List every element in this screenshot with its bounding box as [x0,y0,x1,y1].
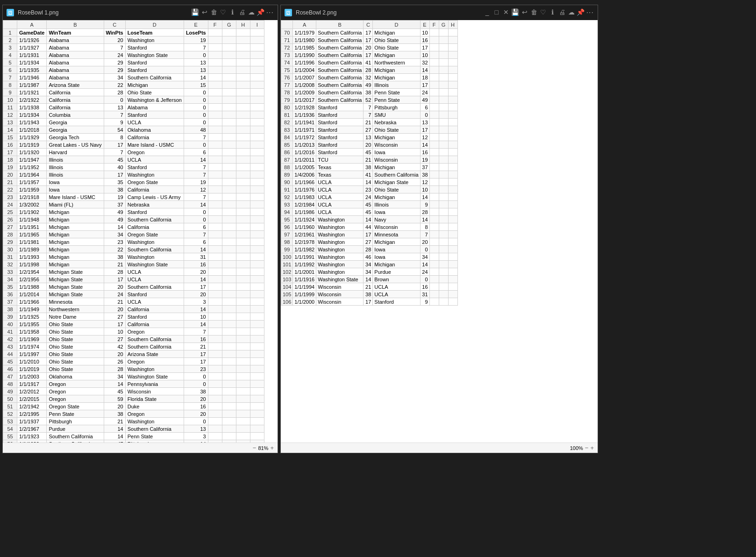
left-window-controls[interactable]: 💾 ↩ 🗑 ♡ ℹ 🖨 ☁ 📌 ··· [192,8,274,17]
empty-cell [236,373,250,380]
empty-cell [208,358,222,365]
right-zoom-in-icon[interactable]: + [590,444,594,451]
empty-cell [208,66,222,74]
data-cell: 0 [184,141,208,149]
empty-cell [222,418,236,425]
empty-cell [250,268,264,276]
table-row: 971/2/1961Washington17Minnesota7 [281,231,458,238]
right-info-icon[interactable]: ℹ [549,8,556,16]
right-window-controls[interactable]: _ □ ✕ 💾 ↩ 🗑 ♡ ℹ 🖨 ☁ 📌 ··· [484,8,594,17]
table-row: 41/1/1931Alabama24Washington State0 [3,51,264,59]
right-print-icon[interactable]: 🖨 [558,8,566,16]
data-cell: 9 [420,201,429,208]
empty-cell [250,261,264,268]
right-zoom-control[interactable]: 100% − + [570,444,594,451]
left-spreadsheet: A B C D E F G H I 1GameDateWinTeamWinPts… [3,20,264,443]
data-cell: 19 [184,179,208,186]
empty-cell [250,36,264,44]
data-cell: Alabama [47,44,104,51]
data-cell: Washington [316,246,364,253]
data-cell: Notre Dame [47,313,104,321]
data-cell: 0 [420,111,429,119]
empty-cell [439,216,448,223]
left-save-icon[interactable]: 💾 [192,8,199,16]
row-number: 11 [3,104,17,111]
data-cell: Michigan State [47,283,104,291]
empty-cell [250,433,264,440]
empty-cell [236,418,250,425]
data-cell: 1/1/1957 [17,179,47,186]
empty-cell [448,104,457,111]
data-cell: Stanford [125,164,184,171]
data-cell: Texas [316,171,364,179]
empty-cell [236,156,250,164]
right-save-icon[interactable]: 💾 [512,8,519,16]
empty-cell [208,388,222,395]
table-row: 851/1/2013Stanford20Wisconsin14 [281,141,458,149]
data-cell: Michigan [373,74,420,81]
table-row: 821/1/1941Stanford21Nebraska13 [281,119,458,126]
row-number: 88 [281,164,293,171]
empty-cell [236,141,250,149]
data-cell: 1/2/1922 [17,96,47,104]
left-heart-icon[interactable]: ♡ [220,8,227,16]
left-delete-icon[interactable]: 🗑 [210,8,218,16]
right-close-icon[interactable]: ✕ [502,8,510,16]
left-zoom-control[interactable]: − 81% + [253,444,274,451]
left-print-icon[interactable]: 🖨 [238,8,246,16]
data-cell: Southern California [316,36,364,44]
data-cell: 1/2/1967 [17,425,47,433]
data-cell: 1/1/2016 [293,149,316,156]
left-cloud-icon[interactable]: ☁ [248,8,255,16]
left-pin-icon[interactable]: 📌 [257,8,264,16]
left-sheet-area: A B C D E F G H I 1GameDateWinTeamWinPts… [3,20,278,443]
data-cell: 16 [184,336,208,343]
data-cell: 1/1/2017 [293,96,316,104]
data-cell: California [125,223,184,231]
data-cell: 12 [420,134,429,141]
table-row: 451/1/2010Ohio State26Oregon17 [3,358,264,365]
right-pin-icon[interactable]: 📌 [577,8,585,16]
data-cell: 1/3/2002 [17,201,47,208]
data-cell: 40 [104,164,125,171]
right-heart-icon[interactable]: ♡ [540,8,547,16]
data-cell: Columbia [47,111,104,119]
empty-cell [222,149,236,156]
empty-cell [429,59,439,66]
data-cell: Washington [316,238,364,246]
empty-cell [429,36,439,44]
right-max-icon[interactable]: □ [493,8,500,16]
right-sheet-scroll[interactable]: A B C D E F G H 701/1/1979Southern Calif… [281,20,598,443]
row-number: 98 [281,238,293,246]
left-sheet-scroll[interactable]: A B C D E F G H I 1GameDateWinTeamWinPts… [3,20,278,443]
empty-cell [236,403,250,410]
data-cell: 12 [184,186,208,193]
table-row: 281/1/1965Michigan34Oregon State7 [3,231,264,238]
empty-cell [429,253,439,261]
empty-cell [222,156,236,164]
right-zoom-out-icon[interactable]: − [585,444,589,451]
right-undo-icon[interactable]: ↩ [521,8,528,16]
data-cell: 20 [104,350,125,358]
right-col-g: G [439,21,448,29]
table-row: 791/1/2017Southern California52Penn Stat… [281,96,458,104]
left-zoom-in-icon[interactable]: + [270,444,274,451]
row-number: 51 [3,403,17,410]
row-number: 17 [3,149,17,156]
empty-cell [429,268,439,276]
left-more-icon[interactable]: ··· [266,8,274,17]
empty-cell [208,365,222,373]
table-row: 541/2/1967Purdue14Southern California13 [3,425,264,433]
right-cloud-icon[interactable]: ☁ [568,8,575,16]
empty-cell [439,111,448,119]
left-undo-icon[interactable]: ↩ [201,8,208,16]
row-number: 40 [3,321,17,328]
data-cell: 10 [420,29,429,36]
right-delete-icon[interactable]: 🗑 [530,8,538,16]
left-zoom-out-icon[interactable]: − [253,444,257,451]
empty-cell [250,179,264,186]
empty-cell [448,283,457,291]
left-info-icon[interactable]: ℹ [229,8,236,16]
right-more-icon[interactable]: ··· [586,8,594,17]
right-min-icon[interactable]: _ [484,8,491,16]
